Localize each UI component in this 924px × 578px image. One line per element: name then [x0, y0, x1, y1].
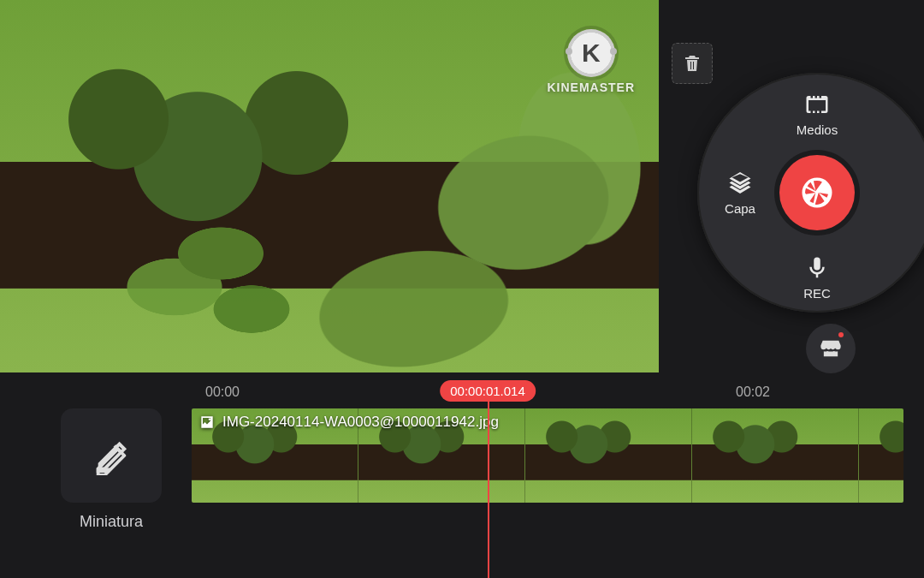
store-icon	[819, 337, 843, 361]
pencil-icon	[92, 436, 131, 475]
thumbnail-label: Miniatura	[80, 513, 143, 531]
capture-button[interactable]	[779, 155, 855, 230]
layer-button[interactable]: Capa	[706, 170, 774, 216]
time-ruler[interactable]: 00:00 00:00:01.014 00:02	[197, 378, 924, 408]
thumbnail-button[interactable]	[61, 408, 162, 503]
rec-label: REC	[803, 286, 831, 301]
clip-filename: IMG-20240114-WA0003@1000011942.jpg	[222, 414, 499, 431]
layers-icon	[727, 170, 753, 196]
action-wheel: Medios Capa REC	[697, 73, 924, 313]
clip-strip[interactable]: IMG-20240114-WA0003@1000011942.jpg	[192, 408, 903, 503]
media-icon	[804, 92, 830, 117]
media-button[interactable]: Medios	[783, 92, 851, 137]
delete-button[interactable]	[672, 43, 713, 84]
trash-icon	[682, 53, 702, 74]
media-label: Medios	[797, 122, 838, 137]
clip-filename-overlay: IMG-20240114-WA0003@1000011942.jpg	[198, 414, 499, 431]
video-preview[interactable]: K KINEMASTER	[0, 0, 659, 372]
store-button[interactable]	[806, 324, 856, 373]
image-icon	[198, 414, 216, 431]
aperture-icon	[799, 175, 835, 211]
ruler-tick-start: 00:00	[205, 384, 240, 400]
layer-label: Capa	[725, 201, 755, 216]
playhead-time[interactable]: 00:00:01.014	[440, 380, 536, 402]
timeline[interactable]: 00:00 00:00:01.014 00:02 Miniatura	[0, 372, 924, 578]
rec-button[interactable]: REC	[783, 255, 851, 301]
microphone-icon	[804, 255, 830, 281]
ruler-tick-end: 00:02	[736, 384, 770, 400]
playhead-line[interactable]	[488, 398, 489, 578]
preview-canvas	[0, 0, 659, 372]
